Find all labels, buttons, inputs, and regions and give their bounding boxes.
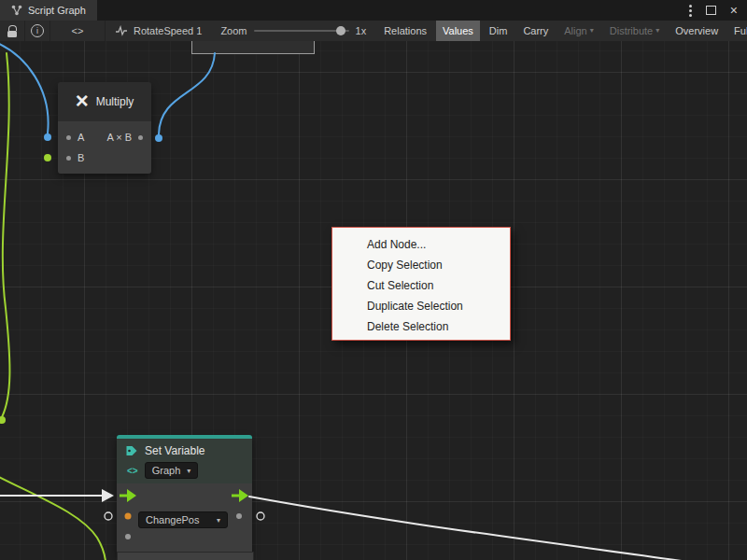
relations-button[interactable]: Relations [377, 21, 433, 41]
edit-graph-button[interactable]: <> [50, 21, 106, 41]
flow-ports-row [117, 489, 252, 510]
toolbar-buttons: Relations Values Dim Carry Align▾ Distri… [377, 21, 747, 41]
carry-button[interactable]: Carry [516, 21, 555, 41]
zoom-slider[interactable] [254, 30, 349, 32]
info-icon: i [31, 24, 44, 37]
menu-item-delete-selection[interactable]: Delete Selection [332, 316, 510, 337]
graph-breadcrumb[interactable]: RotateSpeed 1 [106, 25, 211, 36]
multiply-node-body: A A × B B [58, 121, 151, 174]
menu-item-add-node[interactable]: Add Node... [332, 234, 510, 255]
tab-title: Script Graph [28, 5, 86, 16]
lock-icon [7, 25, 17, 37]
set-variable-body: ChangePos ▾ [117, 483, 252, 556]
variable-scope-dropdown[interactable]: Graph ▾ [145, 462, 199, 479]
multiply-node-header[interactable]: × Multiply [58, 82, 151, 121]
script-graph-window: Script Graph × i <> RotateSpeed 1 Z [0, 0, 747, 560]
tab-bar: Script Graph × [0, 0, 747, 21]
port-b-label: B [78, 152, 84, 163]
graph-signal-icon [115, 25, 128, 36]
port-out-label: A × B [106, 132, 132, 143]
inspect-button[interactable]: i [25, 21, 50, 41]
code-icon: <> [72, 25, 84, 36]
context-menu: Add Node... Copy Selection Cut Selection… [331, 227, 511, 341]
zoom-label: Zoom [220, 25, 247, 36]
menu-item-copy-selection[interactable]: Copy Selection [332, 255, 510, 275]
tabbar-spacer [97, 0, 689, 21]
set-variable-icon [125, 444, 138, 457]
variable-scope-value: Graph [152, 465, 181, 476]
script-graph-icon [11, 5, 22, 16]
input-port-a[interactable] [66, 135, 71, 140]
port-a-label: A [78, 132, 84, 143]
menu-item-cut-selection[interactable]: Cut Selection [332, 275, 510, 296]
window-menu-icon[interactable] [689, 5, 692, 17]
multiply-row-a: A A × B [58, 127, 151, 147]
window-controls: × [689, 0, 747, 21]
overview-button[interactable]: Overview [669, 21, 725, 41]
maximize-icon[interactable] [706, 6, 716, 15]
tab-script-graph[interactable]: Script Graph [0, 0, 97, 21]
graph-name: RotateSpeed 1 [134, 25, 202, 36]
set-variable-title: Set Variable [145, 444, 204, 457]
caret-down-icon: ▾ [655, 21, 659, 41]
zoom-slider-knob[interactable] [336, 26, 345, 35]
variable-kind-icon: <> [127, 466, 138, 476]
offscreen-node-fragment[interactable] [191, 41, 315, 54]
caret-down-icon: ▾ [217, 516, 220, 525]
caret-down-icon: ▾ [187, 467, 190, 475]
set-variable-header[interactable]: Set Variable <> Graph ▾ [117, 439, 252, 483]
multiply-icon: × [76, 90, 89, 112]
dim-button[interactable]: Dim [483, 21, 514, 41]
menu-item-duplicate-selection[interactable]: Duplicate Selection [332, 296, 510, 316]
input-port-b[interactable] [66, 156, 71, 161]
variable-name-row: ChangePos ▾ [117, 510, 252, 530]
lock-button[interactable] [0, 21, 25, 41]
multiply-row-b: B [58, 147, 151, 168]
variable-name-value: ChangePos [146, 514, 200, 525]
set-variable-footer-fragment [117, 552, 254, 560]
output-port[interactable] [138, 135, 143, 140]
caret-down-icon: ▾ [590, 21, 594, 41]
value-input-row [117, 530, 252, 551]
full-screen-button[interactable]: Full Screen [727, 21, 747, 41]
distribute-button[interactable]: Distribute▾ [603, 21, 666, 41]
zoom-value: 1x [356, 25, 367, 36]
align-button[interactable]: Align▾ [557, 21, 599, 41]
values-button[interactable]: Values [436, 21, 480, 41]
node-set-variable[interactable]: Set Variable <> Graph ▾ ChangePos ▾ [117, 435, 252, 556]
zoom-control: Zoom 1x [220, 25, 366, 36]
multiply-node-title: Multiply [96, 95, 134, 108]
close-icon[interactable]: × [730, 4, 738, 17]
node-multiply[interactable]: × Multiply A A × B B [58, 82, 151, 174]
graph-toolbar: i <> RotateSpeed 1 Zoom 1x Relations Val… [0, 21, 747, 42]
variable-name-dropdown[interactable]: ChangePos ▾ [138, 511, 228, 528]
